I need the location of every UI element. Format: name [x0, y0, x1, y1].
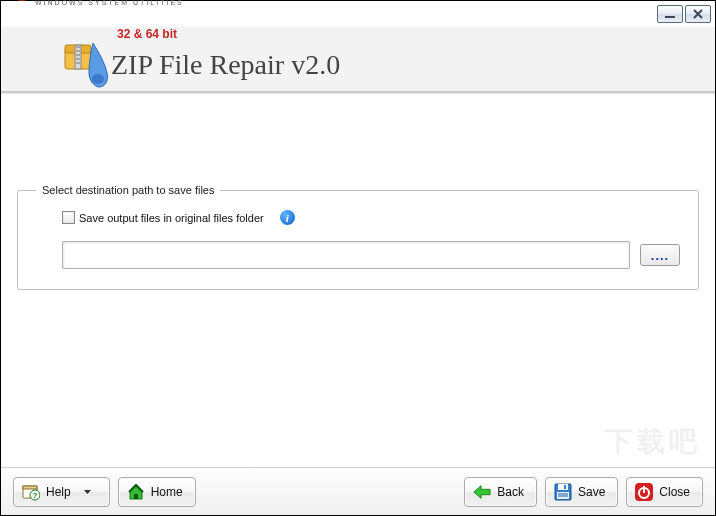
header-band: 32 & 64 bit ZIP File Repair v2.0	[1, 27, 715, 91]
footer-bar: ? Help Home	[1, 467, 715, 515]
browse-button[interactable]: ....	[640, 244, 680, 266]
svg-rect-0	[665, 16, 675, 18]
chevron-down-icon	[79, 483, 97, 501]
svg-rect-11	[558, 484, 568, 490]
info-icon[interactable]: i	[280, 210, 295, 225]
home-icon	[127, 483, 145, 501]
back-button[interactable]: Back	[464, 477, 537, 507]
close-window-button[interactable]	[685, 5, 711, 23]
svg-rect-3	[75, 45, 81, 69]
save-in-original-checkbox[interactable]	[62, 211, 75, 224]
save-icon	[554, 483, 572, 501]
browse-label: ....	[651, 248, 669, 263]
brand-tagline: WINDOWS SYSTEM UTILITIES	[35, 0, 195, 6]
home-label: Home	[151, 485, 183, 499]
svg-rect-16	[643, 486, 645, 493]
main-area: Select destination path to save files Sa…	[1, 94, 715, 467]
svg-rect-6	[23, 486, 37, 489]
app-window: S YSINFOTOOLS ® WINDOWS SYSTEM UTILITIES…	[0, 0, 716, 516]
help-label: Help	[46, 485, 71, 499]
home-button[interactable]: Home	[118, 477, 196, 507]
back-label: Back	[497, 485, 524, 499]
brand-block: S YSINFOTOOLS ® WINDOWS SYSTEM UTILITIES	[11, 0, 195, 6]
save-label: Save	[578, 485, 605, 499]
power-icon	[635, 483, 653, 501]
minimize-button[interactable]	[657, 5, 683, 23]
close-button[interactable]: Close	[626, 477, 703, 507]
svg-rect-12	[564, 485, 566, 489]
arrow-left-icon	[473, 483, 491, 501]
close-label: Close	[659, 485, 690, 499]
title-bar: S YSINFOTOOLS ® WINDOWS SYSTEM UTILITIES	[1, 1, 715, 27]
svg-rect-9	[134, 494, 138, 499]
destination-group: Select destination path to save files Sa…	[17, 184, 699, 290]
save-in-original-label: Save output files in original files fold…	[79, 212, 264, 224]
brand-logo-s: S	[11, 0, 33, 1]
app-title: ZIP File Repair v2.0	[111, 49, 340, 81]
close-icon	[693, 9, 703, 19]
zip-app-icon	[59, 39, 111, 91]
group-legend: Select destination path to save files	[36, 184, 220, 196]
svg-point-4	[92, 74, 104, 84]
destination-path-input[interactable]	[62, 241, 630, 269]
minimize-icon	[664, 9, 676, 19]
svg-text:?: ?	[33, 491, 38, 500]
help-icon: ?	[22, 483, 40, 501]
help-button[interactable]: ? Help	[13, 477, 110, 507]
save-button[interactable]: Save	[545, 477, 618, 507]
